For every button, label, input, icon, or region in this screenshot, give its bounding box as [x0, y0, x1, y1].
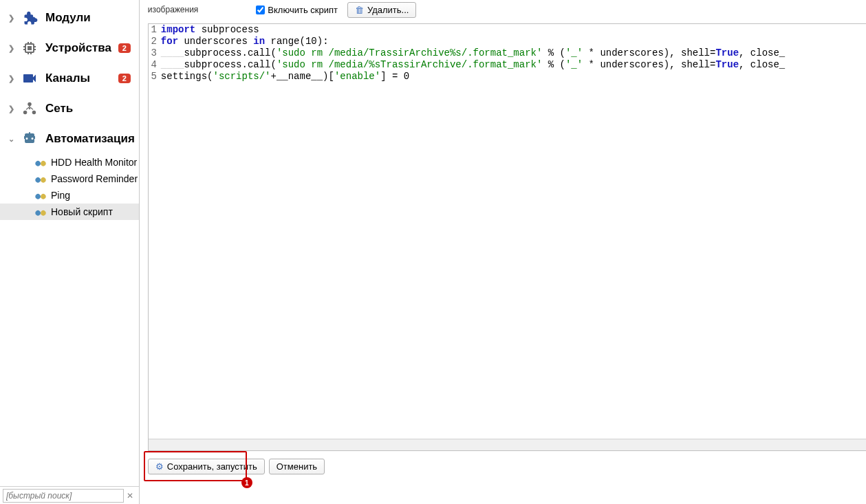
sub-item-label: HDD Health Monitor — [51, 157, 137, 168]
sidebar: ❯ Модули ❯ Устройства 2 ❯ Каналы — [0, 0, 140, 504]
python-icon: ●● — [34, 206, 47, 218]
clear-search-icon[interactable]: ✕ — [124, 491, 136, 501]
line-number: 2 — [149, 36, 161, 47]
automation-child-password[interactable]: ●● Password Reminder — [0, 171, 139, 187]
code-line[interactable]: 3____subprocess.call('sudo rm /media/Tra… — [149, 47, 866, 59]
robot-icon — [21, 130, 39, 148]
code-line[interactable]: 4____subprocess.call('sudo rm /media/%sT… — [149, 59, 866, 71]
chevron-right-icon: ❯ — [7, 105, 15, 113]
cpu-icon — [21, 39, 39, 57]
sidebar-item-label: Автоматизация — [45, 132, 135, 146]
code-line[interactable]: 5settings('scripts/'+__name__)['enable']… — [149, 71, 866, 83]
line-code[interactable]: ____subprocess.call('sudo rm /media/Tras… — [161, 47, 866, 59]
python-icon: ●● — [34, 173, 47, 185]
sub-item-label: Password Reminder — [51, 173, 138, 184]
puzzle-icon — [21, 9, 39, 27]
chevron-right-icon: ❯ — [7, 14, 15, 23]
line-code[interactable]: settings('scripts/'+__name__)['enable'] … — [161, 71, 866, 83]
sidebar-item-label: Устройства — [45, 41, 118, 55]
sidebar-item-network[interactable]: ❯ Сеть — [0, 94, 139, 124]
camera-icon — [21, 69, 39, 87]
automation-child-hdd[interactable]: ●● HDD Health Monitor — [0, 154, 139, 171]
badge: 2 — [118, 43, 131, 53]
enable-script-checkbox-input[interactable] — [256, 6, 265, 14]
save-run-button[interactable]: ⚙ Сохранить, запустить — [148, 459, 265, 474]
automation-children: ●● HDD Health Monitor ●● Password Remind… — [0, 154, 139, 220]
network-icon — [21, 100, 39, 118]
python-icon: ●● — [34, 156, 47, 168]
automation-child-newscript[interactable]: ●● Новый скрипт — [0, 204, 139, 220]
sidebar-item-label: Каналы — [45, 72, 118, 85]
chevron-right-icon: ❯ — [7, 44, 15, 53]
sidebar-tree: ❯ Модули ❯ Устройства 2 ❯ Каналы — [0, 0, 139, 486]
line-number: 3 — [149, 47, 161, 59]
sidebar-item-label: Сеть — [45, 102, 135, 116]
image-caption: изображения — [148, 5, 199, 14]
code-line[interactable]: 1import subprocess — [149, 24, 866, 36]
main-area: изображения Включить скрипт 🗑 Удалить...… — [140, 0, 866, 504]
sidebar-item-devices[interactable]: ❯ Устройства 2 — [0, 33, 139, 63]
horizontal-scrollbar[interactable] — [149, 439, 866, 450]
line-code[interactable]: ____subprocess.call('sudo rm /media/%sTr… — [161, 59, 866, 71]
enable-script-checkbox[interactable]: Включить скрипт — [256, 5, 338, 15]
topbar: изображения Включить скрипт 🗑 Удалить...… — [148, 0, 866, 19]
code-line[interactable]: 2for underscores in range(10): — [149, 36, 866, 47]
code-editor[interactable]: 1import subprocess2for underscores in ra… — [148, 23, 866, 451]
chevron-right-icon: ❯ — [7, 74, 15, 83]
delete-button[interactable]: 🗑 Удалить... — [347, 2, 416, 18]
footer: Закрыть — [148, 480, 866, 504]
line-number: 4 — [149, 59, 161, 71]
chevron-down-icon: ⌄ — [7, 135, 15, 144]
python-icon: ●● — [34, 189, 47, 201]
sidebar-item-automation[interactable]: ⌄ Автоматизация — [0, 124, 139, 154]
line-code[interactable]: for underscores in range(10): — [161, 36, 866, 47]
line-number: 5 — [149, 71, 161, 83]
cancel-button[interactable]: Отменить — [269, 459, 325, 474]
line-number: 1 — [149, 24, 161, 36]
sub-item-label: Новый скрипт — [51, 206, 113, 217]
quick-search-input[interactable] — [3, 489, 124, 503]
bottombar: 1 ⚙ Сохранить, запустить Отменить L: 0 C… — [148, 452, 866, 480]
sidebar-item-channels[interactable]: ❯ Каналы 2 — [0, 63, 139, 94]
sub-item-label: Ping — [51, 190, 70, 201]
badge: 2 — [118, 74, 131, 83]
sidebar-item-label: Модули — [45, 11, 135, 25]
trash-icon: 🗑 — [355, 5, 364, 15]
sidebar-item-modules[interactable]: ❯ Модули — [0, 3, 139, 33]
gears-icon: ⚙ — [155, 461, 164, 472]
line-code[interactable]: import subprocess — [161, 24, 866, 36]
automation-child-ping[interactable]: ●● Ping — [0, 187, 139, 204]
quick-search-row: ✕ — [0, 486, 139, 504]
